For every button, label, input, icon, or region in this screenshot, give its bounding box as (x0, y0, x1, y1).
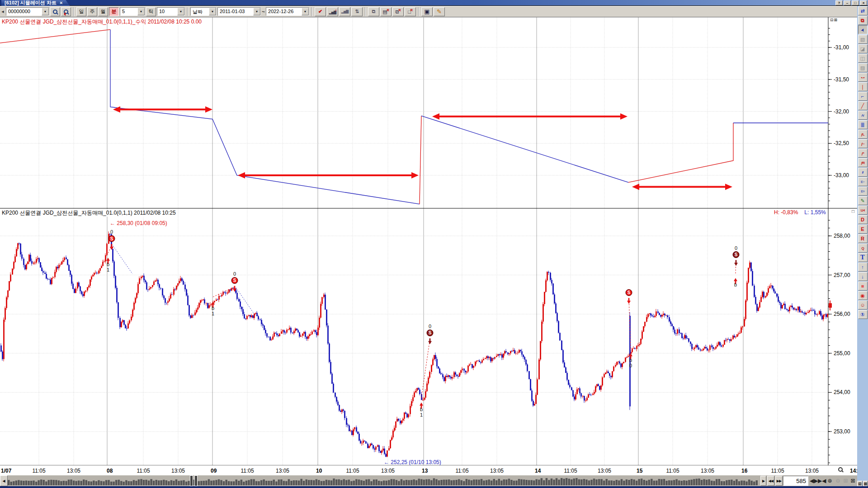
edit-annotation-icon[interactable]: ✎ (434, 7, 445, 16)
page-right-button[interactable]: ▶▶ (775, 476, 783, 486)
restore-chart-icon: ▤R (382, 9, 389, 15)
zoom-area-button[interactable]: ▧ (858, 35, 868, 44)
signal-chart-icon[interactable]: ▂▅▇! (327, 7, 338, 16)
scroll-left-button[interactable]: ◀ (0, 475, 8, 486)
fibo-levels-button[interactable]: ƒL (858, 130, 868, 139)
pencil-tool-button[interactable]: ✎ (858, 196, 868, 205)
date-to-combo[interactable]: 2022-12-26 ▼ (266, 7, 309, 16)
expand-range-icon[interactable]: ◀▶ (810, 476, 817, 485)
circle-marker-button[interactable]: ◉ (858, 291, 868, 300)
page-left-button[interactable]: ◀◀ (767, 476, 774, 486)
elliott-wave1-button[interactable]: E~ (858, 177, 868, 186)
parallel-diag-button[interactable]: // (858, 168, 868, 177)
fibo-wave-button[interactable]: ƒ~ (858, 139, 868, 148)
parallel-diag-icon: // (862, 170, 863, 174)
date-mode-combo[interactable]: 날짜 ▼ (190, 7, 217, 16)
date-from-combo[interactable]: 2011-01-03 ▼ (217, 7, 261, 16)
goto-end-icon[interactable]: ▶◀ (818, 476, 826, 485)
upper-panel-buttons[interactable]: ⊟⊠ (830, 18, 838, 22)
vertical-line-button[interactable]: ❘ (858, 82, 868, 91)
tab-close-icon[interactable]: × (60, 0, 62, 5)
bar-count-box[interactable]: 585 (783, 476, 808, 486)
period-day-button[interactable]: 일 (76, 7, 86, 16)
down-arrow-button[interactable]: ↓ (858, 272, 868, 281)
restore-chart-icon[interactable]: ▤R (380, 7, 392, 16)
fibo-retrace-button[interactable]: ƒR (858, 158, 868, 167)
code-search-button[interactable] (61, 7, 71, 16)
help-button[interactable]: ? (835, 0, 843, 5)
chevron-down-icon[interactable]: ▼ (137, 8, 145, 15)
chevron-down-icon[interactable]: ▼ (177, 8, 184, 15)
lower-panel-box-icon[interactable]: □ (852, 209, 854, 214)
zoom-out-icon[interactable]: ⊖ (834, 476, 842, 485)
scrollbar-thumb[interactable] (190, 475, 198, 486)
volume-bars-icon[interactable]: ▂▅▇ (339, 7, 350, 16)
chevron-down-icon[interactable]: ▼ (209, 8, 216, 15)
low-high-button[interactable]: LH (858, 206, 868, 215)
chart-link-button[interactable]: ⧉ (858, 16, 868, 25)
hand-tool-button[interactable]: ◫ (858, 54, 868, 63)
fibo-retrace-icon: ƒR (861, 161, 864, 165)
sync-button[interactable]: ⇄ (858, 6, 868, 15)
region-tool-button[interactable]: ▨ (858, 63, 868, 72)
restore-button[interactable]: □ (852, 0, 859, 5)
fibo-fan-button[interactable]: ƒ* (858, 149, 868, 158)
grid-toggle-icon[interactable]: ⊞ (842, 476, 849, 485)
clock-marker-button[interactable]: ① (858, 310, 868, 319)
period-week-button[interactable]: 주 (87, 7, 97, 16)
period-minute-button[interactable]: 분 (109, 7, 119, 16)
minimize-button[interactable]: – (844, 0, 851, 5)
svg-text:S: S (735, 252, 738, 257)
svg-text:0: 0 (429, 324, 431, 329)
up-arrow-button[interactable]: ↑ (858, 263, 868, 272)
time-label: 09 (211, 468, 217, 474)
zoom-in-icon[interactable]: ⊕ (826, 476, 834, 485)
tick-combo[interactable]: 10 ▼ (157, 7, 185, 16)
chart-area[interactable]: b10Sb10Sb10Sb0Sb0S← 258,30 (01/08 09:05)… (0, 17, 857, 475)
new-chart-icon[interactable]: □R (405, 7, 416, 16)
copy-window-icon[interactable]: ⧉ (368, 7, 379, 16)
tick-button[interactable]: 틱 (146, 7, 156, 16)
chevron-down-icon[interactable]: ▼ (253, 8, 260, 15)
chevron-down-icon[interactable]: ▼ (302, 8, 309, 15)
pattern-e-button[interactable]: E (858, 225, 868, 234)
search-button[interactable] (50, 7, 60, 16)
save-icon[interactable]: ▣ (421, 7, 433, 16)
code-combo[interactable]: 00000000 ▼ (6, 7, 49, 16)
time-label: 11:05 (346, 468, 359, 474)
text-annot-button[interactable]: A/ (858, 111, 868, 120)
smiley-marker-button[interactable]: ☺ (858, 300, 868, 310)
diagonal-line-button[interactable]: ╱ (858, 101, 868, 110)
close-button[interactable]: × (860, 0, 867, 5)
hlines-tool-button[interactable]: ≣ (858, 120, 868, 129)
window-tab[interactable]: [6102] 시뮬레이션 차트× (1, 0, 70, 6)
time-label: 11:05 (666, 468, 679, 474)
minute-combo[interactable]: 5 ▼ (120, 7, 145, 16)
chevron-down-icon[interactable]: ▼ (42, 8, 49, 15)
simulation-check-icon[interactable]: ✔ (315, 7, 326, 16)
toolbar-scroll-left-icon[interactable]: ◀ (0, 7, 5, 17)
pattern-d-button[interactable]: D (858, 215, 868, 224)
time-zoom-icon[interactable] (838, 467, 843, 472)
reload-chart-icon[interactable]: ⧉R (392, 7, 404, 16)
range-scrollbar[interactable]: ◀ 585 ▶◀◀▶▶◀▶▶◀⊕⊖⊞⊠ (0, 475, 857, 486)
step-line-button[interactable]: ⌐ (858, 92, 868, 101)
trend-segment-button[interactable]: •–• (858, 73, 868, 82)
erase-tool-button[interactable]: ◪ (858, 44, 868, 53)
text-t-button[interactable]: T (858, 253, 868, 262)
quote-tool-button[interactable]: Q (858, 244, 868, 253)
period-month-button[interactable]: 월 (98, 7, 108, 16)
svg-text:b: b (734, 282, 737, 287)
svg-text:258,00: 258,00 (834, 233, 850, 239)
updown-sort-icon[interactable]: ⇅ (351, 7, 363, 16)
cursor-tool-button[interactable]: ➤ (858, 25, 868, 34)
separator (311, 7, 312, 16)
chart-canvas[interactable]: b10Sb10Sb10Sb0Sb0S← 258,30 (01/08 09:05)… (0, 0, 857, 471)
square-marker-button[interactable]: ■ (858, 282, 868, 291)
pattern-r-button[interactable]: R (858, 234, 868, 243)
code-input[interactable]: 00000000 (6, 8, 42, 15)
close-panel-icon[interactable]: ⊠ (849, 476, 857, 485)
elliott-wave2-button[interactable]: E≈ (858, 187, 868, 196)
scroll-right-button[interactable]: ▶ (760, 476, 766, 486)
vertical-line-icon: ❘ (860, 84, 864, 90)
